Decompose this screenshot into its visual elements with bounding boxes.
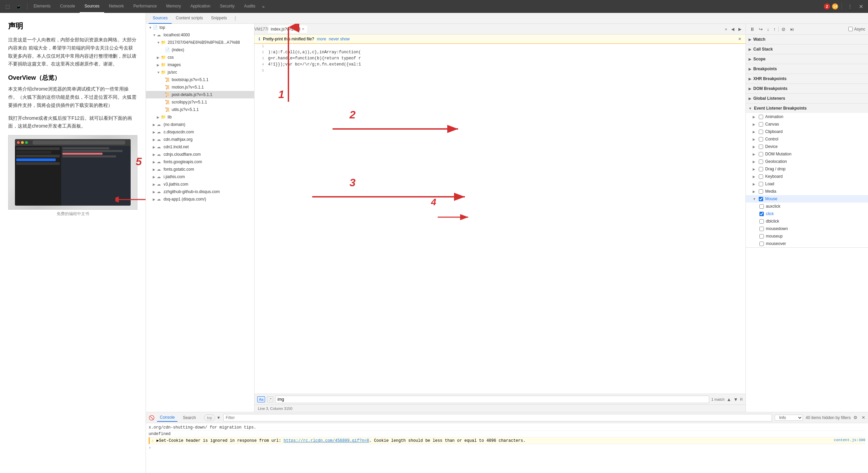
search-aa-toggle[interactable]: Aa	[257, 396, 265, 402]
tab-memory[interactable]: Memory	[162, 0, 186, 13]
load-checkbox[interactable]	[759, 182, 763, 186]
nav-more-icon[interactable]: »	[723, 26, 729, 32]
ebp-mouseup[interactable]: mouseup	[746, 232, 868, 240]
tree-gstatic[interactable]: ▶ ☁ fonts.gstatic.com	[146, 166, 254, 173]
tree-top-root[interactable]: ▼ 📄 top	[146, 24, 254, 31]
ebp-auxclick[interactable]: auxclick	[746, 203, 868, 210]
media-checkbox[interactable]	[759, 189, 763, 194]
clipboard-checkbox[interactable]	[759, 130, 763, 134]
tree-scrollspy-file[interactable]: ▶ 📜 scrollspy.js?v=5.1.1	[146, 98, 254, 106]
ebp-canvas[interactable]: ▶ Canvas	[746, 120, 868, 128]
top-dropdown-arrow[interactable]: ▼	[216, 415, 221, 420]
console-line-3-loc[interactable]: content.js:390	[834, 438, 865, 443]
tab-security[interactable]: Security	[215, 0, 239, 13]
tab-application[interactable]: Application	[186, 0, 215, 13]
tree-css-folder[interactable]: ▶ 📁 css	[146, 54, 254, 61]
event-listener-header[interactable]: ▼ Event Listener Breakpoints	[746, 103, 868, 113]
search-input[interactable]	[275, 396, 709, 403]
ebp-click[interactable]: click	[746, 210, 868, 217]
search-prev-btn[interactable]: ▲	[727, 397, 731, 402]
mousedown-checkbox[interactable]	[759, 227, 764, 231]
watch-header[interactable]: ▶ Watch	[746, 35, 868, 44]
tree-utils-file[interactable]: ▶ 📜 utils.js?v=5.1.1	[146, 106, 254, 113]
pause-btn[interactable]: ⏸	[749, 26, 756, 33]
tab-sources[interactable]: Sources	[80, 0, 104, 13]
close-devtools-button[interactable]: ✕	[857, 3, 865, 10]
nav-next-icon[interactable]: ▶	[737, 26, 743, 32]
code-tab-close-btn[interactable]: ✕	[302, 27, 304, 31]
tree-jssrc-folder[interactable]: ▼ 📁 js/src	[146, 69, 254, 76]
tree-mathjax[interactable]: ▶ ☁ cdn.mathjax.org	[146, 136, 254, 143]
tree-bootstrap-file[interactable]: ▶ 📜 bootstrap.js?v=5.1.1	[146, 76, 254, 83]
ebp-mouse[interactable]: ▼ Mouse	[746, 195, 868, 203]
tree-motion-file[interactable]: ▶ 📜 motion.js?v=5.1.1	[146, 83, 254, 91]
ebp-animation[interactable]: ▶ Animation	[746, 113, 868, 120]
tree-nodomain[interactable]: ▶ ☁ (no domain)	[146, 121, 254, 128]
ebp-media[interactable]: ▶ Media	[746, 188, 868, 195]
pretty-print-more-link[interactable]: more	[317, 37, 326, 41]
subtab-more[interactable]: ⋮	[231, 16, 240, 21]
console-settings-icon[interactable]: ⚙	[853, 415, 857, 420]
xhr-breakpoints-header[interactable]: ▶ XHR Breakpoints	[746, 74, 868, 83]
console-level-select[interactable]: Info Verbose Warning Error	[775, 415, 803, 421]
tree-googleapis[interactable]: ▶ ☁ fonts.googleapis.com	[146, 158, 254, 166]
tab-performance[interactable]: Performance	[129, 0, 162, 13]
dont-pause-btn[interactable]: ⏯	[788, 26, 796, 33]
ebp-drag-drop[interactable]: ▶ Drag / drop	[746, 165, 868, 173]
tab-console[interactable]: Console	[55, 0, 80, 13]
ebp-geolocation[interactable]: ▶ Geolocation	[746, 158, 868, 165]
breakpoints-header[interactable]: ▶ Breakpoints	[746, 64, 868, 74]
console-clear-btn[interactable]: 🚫	[149, 415, 154, 420]
ebp-device[interactable]: ▶ Device	[746, 143, 868, 150]
tree-localhost[interactable]: ▼ ☁ localhost:4000	[146, 31, 254, 39]
tree-2017-folder[interactable]: ▼ 📁 2017/07/04/%E6%B5%8F%E8...A7%88	[146, 39, 254, 46]
console-filter-input[interactable]	[223, 414, 772, 421]
tree-jiathis-v3[interactable]: ▶ ☁ v3.jiathis.com	[146, 181, 254, 188]
search-next-btn[interactable]: ▼	[733, 397, 738, 402]
console-close-btn[interactable]: ✕	[862, 415, 865, 420]
nav-prev-icon[interactable]: ◀	[730, 26, 736, 32]
device-icon[interactable]: 📱	[14, 2, 23, 11]
animation-checkbox[interactable]	[759, 115, 763, 119]
mouse-checkbox[interactable]	[759, 197, 763, 201]
subtab-snippets[interactable]: Snippets	[207, 13, 231, 24]
pretty-print-close[interactable]: ✕	[738, 37, 741, 41]
topbar-more-icon[interactable]: »	[260, 4, 267, 9]
search-regex-toggle[interactable]: .*	[267, 396, 273, 402]
ebp-dom-mutation[interactable]: ▶ DOM Mutation	[746, 150, 868, 158]
ebp-clipboard[interactable]: ▶ Clipboard	[746, 128, 868, 135]
ebp-mouseover[interactable]: mouseover	[746, 240, 868, 247]
tab-audits[interactable]: Audits	[239, 0, 260, 13]
console-tab-console[interactable]: Console	[157, 414, 177, 422]
deactivate-btn[interactable]: ⊘	[780, 26, 787, 33]
inspect-icon[interactable]: ⬚	[3, 2, 12, 11]
topbar-more-button[interactable]: ⋮	[845, 2, 855, 11]
tree-dsqapp1[interactable]: ▶ ☁ dsq-app1 (disqus.com/)	[146, 195, 254, 203]
step-into-btn[interactable]: ↓	[766, 26, 771, 33]
dommutation-checkbox[interactable]	[759, 152, 763, 156]
tree-lncld[interactable]: ▶ ☁ cdn1.lncld.net	[146, 143, 254, 151]
step-out-btn[interactable]: ↑	[772, 26, 777, 33]
ebp-load[interactable]: ▶ Load	[746, 180, 868, 188]
auxclick-checkbox[interactable]	[759, 204, 764, 209]
canvas-checkbox[interactable]	[759, 122, 763, 127]
click-checkbox[interactable]	[759, 212, 764, 216]
ebp-mousedown[interactable]: mousedown	[746, 225, 868, 232]
tab-elements[interactable]: Elements	[29, 0, 55, 13]
code-tab-indexjs[interactable]: index.js?v=2.1.3 ✕	[268, 25, 307, 33]
keyboard-checkbox[interactable]	[759, 174, 763, 179]
ebp-control[interactable]: ▶ Control	[746, 135, 868, 143]
mouseover-checkbox[interactable]	[759, 242, 764, 246]
tree-lib-folder[interactable]: ▶ 📁 lib	[146, 113, 254, 121]
tree-disquscdn[interactable]: ▶ ☁ c.disquscdn.com	[146, 128, 254, 136]
pretty-print-never-link[interactable]: never show	[329, 37, 350, 41]
console-tab-search[interactable]: Search	[180, 414, 199, 421]
console-warning-link[interactable]: https://rc.rlcdn.com/456809.gif?n=8	[284, 438, 369, 443]
tree-images-folder[interactable]: ▶ 📁 images	[146, 61, 254, 69]
callstack-header[interactable]: ▶ Call Stack	[746, 44, 868, 54]
mouseup-checkbox[interactable]	[759, 234, 764, 239]
tree-cloudflare[interactable]: ▶ ☁ cdnjs.cloudflare.com	[146, 151, 254, 158]
tree-jiathis-i[interactable]: ▶ ☁ i.jiathis.com	[146, 173, 254, 181]
device-checkbox[interactable]	[759, 145, 763, 149]
tree-zzhgithub[interactable]: ▶ ☁ zzhgithub-github-io.disqus.com	[146, 188, 254, 195]
